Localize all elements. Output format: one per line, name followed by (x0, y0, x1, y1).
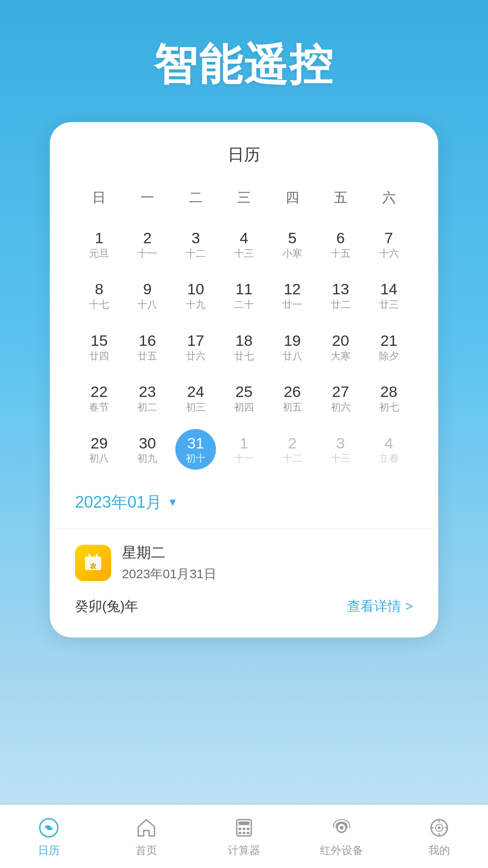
nav-item-infrared[interactable]: 红外设备 (293, 805, 390, 868)
calendar-nav-icon (37, 816, 61, 840)
svg-rect-10 (243, 828, 245, 830)
svg-rect-1 (85, 557, 101, 561)
calendar-day-3[interactable]: 4十三 (232, 222, 256, 266)
selected-date-full: 2023年01月31日 (122, 566, 216, 583)
weekday-thu: 四 (268, 184, 316, 212)
svg-rect-8 (239, 821, 249, 825)
calendar-day-15[interactable]: 16廿五 (136, 325, 159, 369)
svg-rect-13 (243, 832, 245, 834)
infrared-nav-icon (330, 816, 353, 840)
calendar-day-32[interactable]: 2十二 (281, 428, 304, 472)
calendar-day-27[interactable]: 28初七 (377, 376, 401, 420)
nav-item-mine[interactable]: 我的 (390, 805, 488, 868)
weekday-tue: 二 (172, 184, 220, 212)
calendar-day-11[interactable]: 12廿一 (281, 274, 304, 317)
weekday-sun: 日 (75, 184, 123, 212)
calendar-card: 日历 日 一 二 三 四 五 六 1元旦2十一3十二4十三5小寒6十五7十六8十… (50, 122, 438, 637)
svg-rect-9 (239, 828, 241, 830)
calendar-weekdays: 日 一 二 三 四 五 六 (75, 184, 413, 212)
calendar-day-23[interactable]: 24初三 (184, 376, 207, 420)
nav-label-infrared: 红外设备 (320, 843, 363, 858)
calendar-day-19[interactable]: 20大寒 (329, 325, 352, 369)
svg-rect-3 (96, 554, 98, 558)
app-title: 智能遥控 (154, 36, 334, 95)
calendar-day-18[interactable]: 19廿八 (281, 325, 304, 369)
weekday-fri: 五 (316, 184, 365, 212)
selected-weekday: 星期二 (122, 543, 216, 563)
calendar-day-9[interactable]: 10十九 (184, 274, 207, 317)
calendar-day-21[interactable]: 22春节 (87, 376, 111, 420)
nav-label-mine: 我的 (428, 843, 450, 858)
lunar-year: 癸卯(兔)年 (75, 597, 138, 616)
home-nav-icon (135, 816, 158, 840)
divider (50, 528, 438, 528)
month-selector-arrow-icon: ▼ (167, 496, 178, 509)
svg-point-6 (47, 826, 51, 830)
nav-label-calculator: 计算器 (228, 843, 260, 858)
nav-label-home: 首页 (136, 843, 157, 858)
calendar-day-30[interactable]: 31初十 (175, 429, 216, 470)
calendar-header-title: 日历 (75, 144, 413, 166)
calendar-icon-svg: 农 (83, 553, 103, 573)
detail-link[interactable]: 查看详情 > (347, 597, 413, 616)
calendar-day-31[interactable]: 1十一 (232, 428, 256, 472)
weekday-sat: 六 (365, 184, 413, 212)
calendar-day-17[interactable]: 18廿七 (232, 325, 256, 369)
svg-rect-11 (247, 828, 249, 830)
calendar-day-25[interactable]: 26初五 (281, 376, 304, 420)
calendar-day-0[interactable]: 1元旦 (87, 222, 111, 266)
calendar-day-34[interactable]: 4立春 (377, 428, 401, 472)
calendar-day-13[interactable]: 14廿三 (377, 274, 401, 317)
calendar-day-7[interactable]: 8十七 (87, 274, 111, 317)
svg-point-23 (438, 826, 441, 829)
calendar-day-5[interactable]: 6十五 (329, 222, 352, 266)
nav-label-calendar: 日历 (38, 843, 60, 858)
nav-item-calendar[interactable]: 日历 (0, 805, 98, 868)
weekday-mon: 一 (123, 184, 172, 212)
calendar-day-2[interactable]: 3十二 (184, 222, 207, 266)
svg-point-16 (340, 826, 343, 830)
calendar-day-1[interactable]: 2十一 (136, 222, 159, 266)
nav-item-calculator[interactable]: 计算器 (195, 805, 293, 868)
bottom-nav: 日历 首页 计算器 (0, 805, 488, 868)
nav-item-home[interactable]: 首页 (98, 805, 195, 868)
svg-rect-2 (89, 554, 90, 558)
calendar-day-6[interactable]: 7十六 (377, 222, 401, 266)
calendar-day-22[interactable]: 23初二 (136, 376, 159, 420)
month-selector[interactable]: 2023年01月 ▼ (75, 491, 413, 514)
calendar-day-12[interactable]: 13廿二 (329, 274, 352, 317)
calendar-day-14[interactable]: 15廿四 (87, 325, 111, 369)
weekday-wed: 三 (220, 184, 268, 212)
date-info: 农 星期二 2023年01月31日 (75, 543, 413, 583)
svg-text:农: 农 (89, 562, 97, 570)
calendar-day-33[interactable]: 3十三 (329, 428, 352, 472)
calendar-app-icon: 农 (75, 545, 111, 581)
date-text-info: 星期二 2023年01月31日 (122, 543, 216, 583)
extra-info: 癸卯(兔)年 查看详情 > (75, 597, 413, 616)
svg-rect-12 (239, 832, 241, 834)
calendar-day-16[interactable]: 17廿六 (184, 325, 207, 369)
calendar-day-29[interactable]: 30初九 (136, 428, 159, 472)
calendar-day-8[interactable]: 9十八 (136, 274, 159, 317)
calendar-day-4[interactable]: 5小寒 (281, 222, 304, 266)
month-selector-text: 2023年01月 (75, 491, 162, 514)
calendar-grid: 1元旦2十一3十二4十三5小寒6十五7十六8十七9十八10十九11二十12廿一1… (75, 219, 413, 475)
calculator-nav-icon (232, 816, 256, 840)
calendar-day-20[interactable]: 21除夕 (377, 325, 401, 369)
svg-rect-14 (247, 832, 249, 834)
calendar-day-28[interactable]: 29初八 (87, 428, 111, 472)
calendar-day-10[interactable]: 11二十 (232, 274, 256, 317)
mine-nav-icon (427, 816, 451, 840)
calendar-day-26[interactable]: 27初六 (329, 376, 352, 420)
calendar-day-24[interactable]: 25初四 (232, 376, 256, 420)
